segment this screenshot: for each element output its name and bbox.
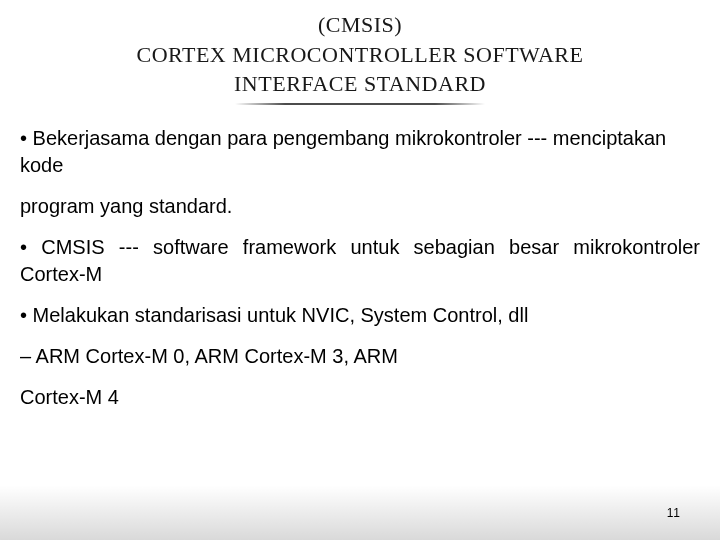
slide: (CMSIS) CORTEX MICROCONTROLLER SOFTWARE … [0, 0, 720, 540]
bullet-1: • Bekerjasama dengan para pengembang mik… [20, 125, 700, 179]
bottom-shadow [0, 485, 720, 540]
title-line-3: INTERFACE STANDARD [20, 69, 700, 99]
page-number: 11 [667, 506, 680, 520]
title-line-1: (CMSIS) [20, 10, 700, 40]
bullet-4-cont: Cortex-M 4 [20, 384, 700, 411]
title-underline [235, 103, 485, 105]
bullet-1-cont: program yang standard. [20, 193, 700, 220]
slide-title: (CMSIS) CORTEX MICROCONTROLLER SOFTWARE … [20, 10, 700, 105]
bullet-2: • CMSIS --- software framework untuk seb… [20, 234, 700, 288]
slide-body: • Bekerjasama dengan para pengembang mik… [20, 125, 700, 411]
title-line-2: CORTEX MICROCONTROLLER SOFTWARE [20, 40, 700, 70]
bullet-3: • Melakukan standarisasi untuk NVIC, Sys… [20, 302, 700, 329]
bullet-4: – ARM Cortex-M 0, ARM Cortex-M 3, ARM [20, 343, 700, 370]
